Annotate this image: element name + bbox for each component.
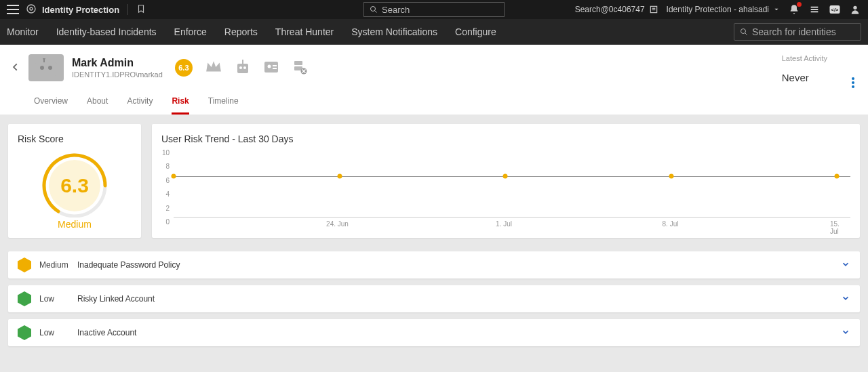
svg-point-13 xyxy=(741,29,746,34)
svg-point-35 xyxy=(852,85,854,88)
brand-title: Identity Protection xyxy=(42,5,119,15)
tab-risk[interactable]: Risk xyxy=(172,96,189,115)
risk-row[interactable]: MediumInadequate Password Policy xyxy=(8,251,860,278)
severity-hex-icon xyxy=(18,257,31,272)
svg-point-12 xyxy=(853,6,856,9)
risk-trend-chart: 1086420 24. Jun1. Jul8. Jul15. Jul xyxy=(171,152,850,226)
svg-rect-15 xyxy=(35,62,57,76)
svg-point-16 xyxy=(40,66,44,70)
id-card-icon xyxy=(263,60,279,76)
chevron-down-icon xyxy=(841,260,850,271)
back-button[interactable] xyxy=(11,62,20,74)
trend-point xyxy=(172,174,176,179)
x-tick: 24. Jun xyxy=(326,220,349,228)
trend-point xyxy=(337,174,342,179)
list-icon xyxy=(649,5,658,14)
bookmark-icon[interactable] xyxy=(136,4,146,16)
severity-hex-icon xyxy=(18,325,31,340)
nav-configure[interactable]: Configure xyxy=(455,26,496,37)
global-search-wrap: Search xyxy=(363,2,505,17)
y-tick: 0 xyxy=(156,218,170,226)
trend-point xyxy=(835,174,840,179)
user-icon[interactable] xyxy=(849,3,861,16)
topbar-right: Search@0c406747 Identity Protection - ah… xyxy=(575,3,861,16)
nav-threat-hunter[interactable]: Threat Hunter xyxy=(275,26,334,37)
search-user-label: Search@0c406747 xyxy=(575,5,645,14)
nav-enforce[interactable]: Enforce xyxy=(174,26,207,37)
global-topbar: Identity Protection Search Search@0c4067… xyxy=(0,0,868,19)
svg-point-19 xyxy=(43,58,45,60)
risk-name: Inactive Account xyxy=(77,328,136,337)
risk-severity: Low xyxy=(39,294,77,304)
svg-rect-24 xyxy=(264,62,278,73)
search-icon xyxy=(370,5,378,14)
crown-icon xyxy=(205,60,222,77)
menu-icon[interactable] xyxy=(7,5,19,14)
global-search[interactable]: Search xyxy=(363,2,505,17)
risk-severity: Low xyxy=(39,328,77,337)
tab-about[interactable]: About xyxy=(87,96,108,115)
severity-hex-icon xyxy=(18,291,31,306)
chevron-down-icon xyxy=(841,327,850,339)
search-icon xyxy=(740,28,748,36)
avatar xyxy=(28,54,64,81)
latest-activity-label: Latest Activity xyxy=(782,54,827,62)
latest-activity-value: Never xyxy=(782,72,827,83)
nav-incidents[interactable]: Identity-based Incidents xyxy=(56,26,157,37)
y-tick: 2 xyxy=(156,205,170,212)
svg-point-33 xyxy=(852,77,854,80)
risk-name: Inadequate Password Policy xyxy=(77,260,180,270)
risk-severity: Medium xyxy=(39,260,77,270)
risk-trend-card: User Risk Trend - Last 30 Days 1086420 2… xyxy=(152,124,860,238)
robot-icon xyxy=(235,60,251,77)
tab-timeline[interactable]: Timeline xyxy=(208,96,239,115)
queue-icon[interactable] xyxy=(808,3,821,16)
risk-score-card: Risk Score 6.3 Medium xyxy=(8,124,141,238)
server-disabled-icon xyxy=(292,60,308,77)
svg-rect-26 xyxy=(273,65,277,66)
nav-sys-notif[interactable]: System Notifications xyxy=(351,26,437,37)
risk-trend-title: User Risk Trend - Last 30 Days xyxy=(161,133,850,144)
svg-point-25 xyxy=(267,64,271,68)
x-tick: 1. Jul xyxy=(496,220,512,228)
brand-icon xyxy=(26,3,37,16)
y-tick: 8 xyxy=(156,163,170,170)
tab-activity[interactable]: Activity xyxy=(127,96,153,115)
risk-score-title: Risk Score xyxy=(18,133,132,144)
notifications-button[interactable] xyxy=(788,3,800,16)
y-tick: 4 xyxy=(156,190,170,198)
workspace-dropdown[interactable]: Identity Protection - ahalsadi xyxy=(667,5,780,14)
workspace-label: Identity Protection - ahalsadi xyxy=(667,5,769,14)
nav-monitor[interactable]: Monitor xyxy=(7,26,39,37)
profile-badges: 6.3 xyxy=(175,59,308,77)
risk-score-level: Medium xyxy=(58,219,92,230)
svg-point-2 xyxy=(371,7,376,12)
x-tick: 8. Jul xyxy=(663,220,679,228)
nav-reports[interactable]: Reports xyxy=(224,26,258,37)
divider xyxy=(127,4,128,15)
risk-row[interactable]: LowInactive Account xyxy=(8,319,860,346)
latest-activity: Latest Activity Never xyxy=(782,54,827,83)
more-actions-button[interactable] xyxy=(852,77,854,90)
search-placeholder: Search xyxy=(382,5,410,15)
identity-search-placeholder: Search for identities xyxy=(752,26,836,37)
dev-icon[interactable]: </> xyxy=(829,3,841,16)
chevron-down-icon xyxy=(841,293,850,305)
risk-row[interactable]: LowRisky Linked Account xyxy=(8,285,860,312)
search-user-pill[interactable]: Search@0c406747 xyxy=(575,5,658,14)
trend-point xyxy=(669,174,673,179)
svg-rect-28 xyxy=(294,61,302,65)
svg-point-21 xyxy=(239,66,242,69)
tab-overview[interactable]: Overview xyxy=(34,96,68,115)
notification-dot xyxy=(797,2,802,7)
main-nav: Monitor Identity-based Incidents Enforce… xyxy=(0,19,868,45)
risk-name: Risky Linked Account xyxy=(77,294,155,304)
svg-line-14 xyxy=(745,33,747,35)
y-tick: 6 xyxy=(156,177,170,184)
trend-point xyxy=(503,174,508,179)
risk-score-value: 6.3 xyxy=(37,174,112,197)
profile-header: Mark Admin IDENTITY1.IDPRO\markad 6.3 La… xyxy=(0,45,868,115)
x-tick: 15. Jul xyxy=(830,220,844,235)
score-badge: 6.3 xyxy=(175,59,193,77)
identity-search[interactable]: Search for identities xyxy=(734,23,861,41)
